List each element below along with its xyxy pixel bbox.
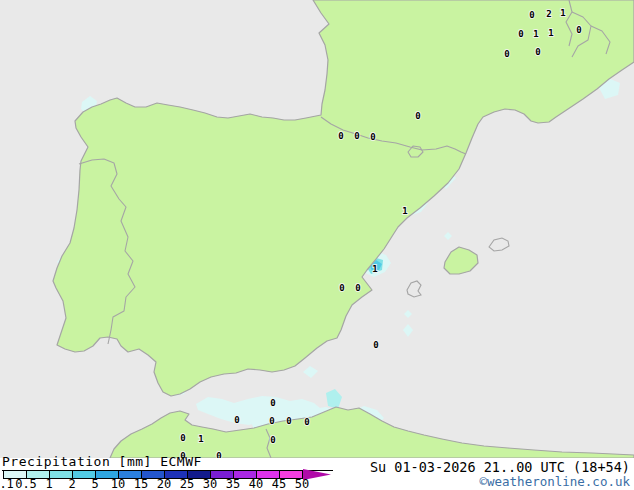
legend-bar: Precipitation [mm] ECMWF 0.10.5125101520… — [0, 458, 634, 490]
precip-value-label: 0 — [339, 283, 344, 293]
precip-value-label: 1 — [402, 206, 407, 216]
copyright-link[interactable]: ©weatheronline.co.uk — [479, 474, 630, 489]
colorbar-tick: 35 — [226, 479, 240, 490]
weather-map-page: 0210110000000110000000001000 Precipitati… — [0, 0, 634, 490]
precip-value-label: 0 — [270, 398, 275, 408]
precip-value-label: 0 — [354, 131, 359, 141]
precip-value-label: 1 — [560, 8, 565, 18]
precip-value-label: 0 — [504, 49, 509, 59]
colorbar-tick: 5 — [91, 479, 98, 490]
legend-title: Precipitation [mm] ECMWF — [2, 456, 333, 471]
colorbar-tick: 30 — [203, 479, 217, 490]
precip-value-label: 0 — [286, 416, 291, 426]
precip-value-label: 0 — [338, 131, 343, 141]
precip-value-label: 2 — [546, 9, 551, 19]
precip-value-label: 1 — [548, 28, 553, 38]
colorbar-tick: 25 — [180, 479, 194, 490]
precip-value-label: 1 — [533, 29, 538, 39]
colorbar-tick: 45 — [272, 479, 286, 490]
precip-value-label: 0 — [270, 435, 275, 445]
precip-value-label: 0 — [576, 25, 581, 35]
colorbar-tick: 2 — [68, 479, 75, 490]
weather-map: 0210110000000110000000001000 — [0, 0, 634, 458]
colorbar-tick: 10 — [111, 479, 125, 490]
colorbar-tick: 0.5 — [15, 479, 37, 490]
forecast-datetime: Su 01-03-2026 21..00 UTC (18+54) — [370, 459, 630, 475]
precip-value-label: 0 — [234, 415, 239, 425]
colorbar-tick: 15 — [134, 479, 148, 490]
precip-value-label: 1 — [372, 264, 377, 274]
precip-value-label: 0 — [518, 29, 523, 39]
colorbar-tick: 0.1 — [0, 479, 14, 490]
precip-value-label: 0 — [304, 417, 309, 427]
precip-value-label: 0 — [529, 10, 534, 20]
colorbar-tick: 1 — [45, 479, 52, 490]
colorbar-ticks: 0.10.5125101520253035404550 — [0, 479, 360, 490]
precip-value-label: 1 — [198, 434, 203, 444]
precip-value-label: 0 — [269, 416, 274, 426]
precip-value-label: 0 — [373, 340, 378, 350]
precip-value-label: 0 — [370, 132, 375, 142]
precip-value-label: 0 — [535, 47, 540, 57]
precip-value-label: 0 — [355, 283, 360, 293]
colorbar-tick: 40 — [249, 479, 263, 490]
map-area: 0210110000000110000000001000 — [0, 0, 634, 458]
colorbar-tick: 20 — [157, 479, 171, 490]
colorbar-tick: 50 — [295, 479, 309, 490]
precip-value-label: 0 — [180, 433, 185, 443]
precip-value-label: 0 — [415, 111, 420, 121]
